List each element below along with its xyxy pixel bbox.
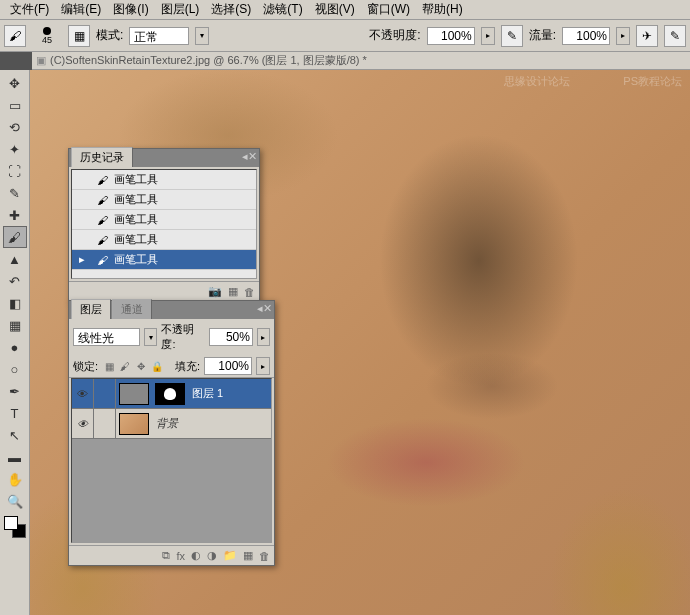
history-item[interactable]: ▸ 画笔工具 [72, 250, 256, 270]
history-label: 画笔工具 [114, 192, 158, 207]
menu-window[interactable]: 窗口(W) [361, 0, 416, 20]
eraser-tool[interactable]: ◧ [3, 292, 27, 314]
marquee-tool[interactable]: ▭ [3, 94, 27, 116]
history-item[interactable]: 画笔工具 [72, 210, 256, 230]
flow-arrow-icon[interactable]: ▸ [616, 27, 630, 45]
options-bar: 🖌 45 ▦ 模式: 正常 ▾ 不透明度: ▸ ✎ 流量: ▸ ✈ ✎ [0, 20, 690, 52]
layer-opacity-input[interactable] [209, 328, 253, 346]
history-brush-tool[interactable]: ↶ [3, 270, 27, 292]
menu-select[interactable]: 选择(S) [205, 0, 257, 20]
layer-item[interactable]: 背景 [72, 409, 271, 439]
layer-blend-mode-select[interactable]: 线性光 [73, 328, 140, 346]
lock-paint-icon[interactable]: 🖌 [118, 361, 132, 372]
history-item[interactable]: 画笔工具 [72, 170, 256, 190]
mode-arrow-icon[interactable]: ▾ [195, 27, 209, 45]
layer-name[interactable]: 图层 1 [188, 386, 223, 401]
channels-tab[interactable]: 通道 [112, 299, 152, 319]
airbrush-icon[interactable]: ✈ [636, 25, 658, 47]
flow-input[interactable] [562, 27, 610, 45]
layer-mask-icon[interactable]: ◐ [191, 549, 201, 562]
history-list: 画笔工具 画笔工具 画笔工具 画笔工具 ▸ [71, 169, 257, 279]
tablet-pressure-icon[interactable]: ✎ [664, 25, 686, 47]
layer-opacity-label: 不透明度: [161, 322, 205, 352]
brush-preset-picker[interactable]: 45 [32, 27, 62, 45]
lock-all-icon[interactable]: 🔒 [150, 361, 164, 372]
healing-tool[interactable]: ✚ [3, 204, 27, 226]
panel-menu-icon[interactable]: ◂✕ [257, 302, 272, 315]
layer-list: 图层 1 背景 [71, 378, 272, 543]
history-item[interactable]: 画笔工具 [72, 190, 256, 210]
lock-position-icon[interactable]: ✥ [134, 361, 148, 372]
menu-image[interactable]: 图像(I) [107, 0, 154, 20]
pen-tool[interactable]: ✒ [3, 380, 27, 402]
document-tab[interactable]: ▣ (C)SoftenSkinRetainTexture2.jpg @ 66.7… [32, 52, 690, 70]
new-layer-icon[interactable]: ▦ [243, 549, 253, 562]
foreground-color[interactable] [4, 516, 18, 530]
adjustment-layer-icon[interactable]: ◑ [207, 549, 217, 562]
crop-tool[interactable]: ⛶ [3, 160, 27, 182]
lasso-tool[interactable]: ⟲ [3, 116, 27, 138]
history-item[interactable]: 画笔工具 [72, 230, 256, 250]
history-label: 画笔工具 [114, 172, 158, 187]
history-panel: 历史记录 ◂✕ 画笔工具 画笔工具 画笔工具 [68, 148, 260, 302]
group-icon[interactable]: 📁 [223, 549, 237, 562]
layer-thumbnail[interactable] [119, 383, 149, 405]
fill-input[interactable] [204, 357, 252, 375]
menu-view[interactable]: 视图(V) [309, 0, 361, 20]
delete-layer-icon[interactable]: 🗑 [259, 550, 270, 562]
link-layers-icon[interactable]: ⧉ [162, 549, 170, 562]
brush-panel-toggle[interactable]: ▦ [68, 25, 90, 47]
shape-tool[interactable]: ▬ [3, 446, 27, 468]
visibility-icon[interactable] [77, 418, 88, 430]
stamp-tool[interactable]: ▲ [3, 248, 27, 270]
path-tool[interactable]: ↖ [3, 424, 27, 446]
menu-filter[interactable]: 滤镜(T) [257, 0, 308, 20]
brush-size-value: 45 [42, 35, 52, 45]
new-state-icon[interactable]: ▦ [228, 285, 238, 298]
opacity-input[interactable] [427, 27, 475, 45]
blur-tool[interactable]: ● [3, 336, 27, 358]
history-tab[interactable]: 历史记录 [71, 147, 133, 167]
layer-name[interactable]: 背景 [152, 416, 178, 431]
new-snapshot-icon[interactable]: 📷 [208, 285, 222, 298]
menu-edit[interactable]: 编辑(E) [55, 0, 107, 20]
layer-style-icon[interactable]: fx [176, 550, 185, 562]
brush-icon [94, 193, 110, 207]
eyedropper-tool[interactable]: ✎ [3, 182, 27, 204]
canvas[interactable]: 思缘设计论坛 PS教程论坛 历史记录 ◂✕ 画笔工具 画笔工具 [30, 70, 690, 615]
link-column[interactable] [94, 379, 116, 408]
menu-file[interactable]: 文件(F) [4, 0, 55, 20]
fill-arrow-icon[interactable]: ▸ [256, 357, 270, 375]
move-tool[interactable]: ✥ [3, 72, 27, 94]
opacity-label: 不透明度: [369, 27, 420, 44]
hand-tool[interactable]: ✋ [3, 468, 27, 490]
history-pointer-icon: ▸ [74, 253, 90, 266]
lock-label: 锁定: [73, 359, 98, 374]
opacity-pressure-icon[interactable]: ✎ [501, 25, 523, 47]
menu-help[interactable]: 帮助(H) [416, 0, 469, 20]
delete-state-icon[interactable]: 🗑 [244, 286, 255, 298]
opacity-arrow-icon[interactable]: ▸ [481, 27, 495, 45]
gradient-tool[interactable]: ▦ [3, 314, 27, 336]
brush-tool[interactable]: 🖌 [3, 226, 27, 248]
wand-tool[interactable]: ✦ [3, 138, 27, 160]
tool-preset-picker[interactable]: 🖌 [4, 25, 26, 47]
panel-menu-icon[interactable]: ◂✕ [242, 150, 257, 163]
lock-transparency-icon[interactable]: ▦ [102, 361, 116, 372]
blend-mode-select[interactable]: 正常 [129, 27, 189, 45]
layer-thumbnail[interactable] [119, 413, 149, 435]
mask-thumbnail[interactable] [155, 383, 185, 405]
visibility-icon[interactable] [77, 388, 88, 400]
layers-tab[interactable]: 图层 [71, 299, 111, 319]
blend-arrow-icon[interactable]: ▾ [144, 328, 157, 346]
link-column[interactable] [94, 409, 116, 438]
zoom-tool[interactable]: 🔍 [3, 490, 27, 512]
type-tool[interactable]: T [3, 402, 27, 424]
flow-label: 流量: [529, 27, 556, 44]
opacity-arrow-icon[interactable]: ▸ [257, 328, 270, 346]
menu-layer[interactable]: 图层(L) [155, 0, 206, 20]
color-swatches[interactable] [4, 516, 26, 538]
dodge-tool[interactable]: ○ [3, 358, 27, 380]
layer-item[interactable]: 图层 1 [72, 379, 271, 409]
layers-panel: 图层 通道 ◂✕ 线性光 ▾ 不透明度: ▸ 锁定: ▦ 🖌 ✥ 🔒 [68, 300, 275, 566]
